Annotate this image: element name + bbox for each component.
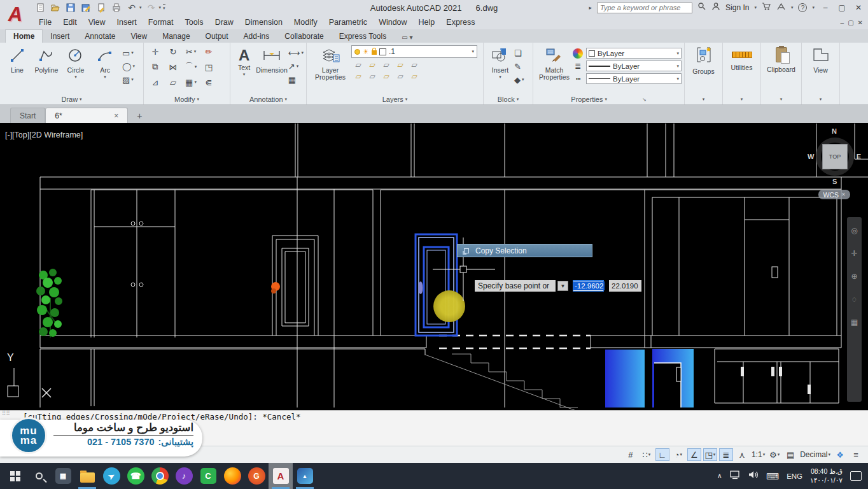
clipboard-panel-flyout[interactable]: ▾ [761,94,801,104]
layer-unisolate-icon[interactable]: ▱ [365,60,379,72]
plot-icon[interactable] [95,2,107,13]
menu-edit[interactable]: Edit [57,18,83,27]
menu-view[interactable]: View [83,18,111,27]
offset-icon[interactable]: ⋐ [200,77,218,87]
viewcube[interactable]: TOP N W E S [812,129,858,184]
polyline-button[interactable]: Polyline [32,45,61,74]
object-snap-icon[interactable]: ◳▾ [703,448,717,461]
wcs-badge[interactable]: WCS✕ [818,190,850,199]
close-button[interactable]: ✕ [853,3,864,12]
snap-mode-icon[interactable]: ∷▾ [640,448,654,461]
image-viewer-app-icon[interactable]: ▲ [293,463,317,489]
layer-lock-icon[interactable] [372,50,377,55]
dynamic-input-x[interactable]: -12.9602 [573,280,604,292]
mirror-icon[interactable]: ⋈ [164,62,182,72]
stretch-icon[interactable]: ⊿ [146,77,164,87]
groups-panel-flyout[interactable]: ▾ [685,94,722,104]
print-icon[interactable] [111,2,122,13]
annotation-panel-label[interactable]: Annotation▾ [230,94,306,104]
taskbar-clock[interactable]: 08:40 ق.ظ ۱۴۰۰/۰۱/۰۷ [810,467,843,485]
hatch-icon[interactable]: ▨▾ [122,74,135,85]
insert-dropdown-icon[interactable]: ▾ [499,74,501,80]
network-icon[interactable] [730,470,741,482]
layer-unlock-icon[interactable]: ▱ [393,72,407,83]
menu-modify[interactable]: Modify [288,18,323,27]
autocad-app-icon[interactable]: A [269,463,293,489]
table-icon[interactable]: ▦ [288,74,304,85]
layers-panel-label[interactable]: Layers▾ [307,94,483,104]
arc-button[interactable]: Arc ▾ [90,45,120,80]
menu-window[interactable]: Window [373,18,412,27]
define-attributes-icon[interactable]: ◆▾ [514,74,524,85]
qat-customize-icon[interactable]: ▾ [163,4,165,11]
annotation-scale-button[interactable]: 1:1▾ [751,448,766,461]
text-dropdown-icon[interactable]: ▾ [243,72,246,77]
layer-make-current-icon[interactable]: ▱ [351,72,365,83]
ortho-mode-icon[interactable]: ∟ [655,448,669,461]
tab-collaborate[interactable]: Collaborate [277,30,331,43]
touch-keyboard-icon[interactable]: ⌨ [766,471,779,481]
block-panel-label[interactable]: Block▾ [484,94,533,104]
file-explorer-app-icon[interactable] [75,463,99,489]
osnap-tracking-icon[interactable]: ∠ [687,448,701,461]
layer-dropdown-icon[interactable]: ▾ [472,49,474,54]
grid-display-icon[interactable]: # [624,448,638,461]
circle-button[interactable]: Circle ▾ [61,45,90,80]
lineweight-dropdown[interactable]: ByLayer ▾ [586,60,682,71]
annotation-settings-icon[interactable]: ⚙▾ [767,448,781,461]
customization-menu-icon[interactable]: ≡ [849,448,863,461]
save-icon[interactable] [65,2,76,13]
dimension-button[interactable]: Dimension [255,45,288,74]
autodesk-dropdown-icon[interactable]: ▾ [791,5,794,10]
dynamic-input-options-icon[interactable]: ▼ [557,281,568,291]
new-tab-button[interactable]: + [137,111,142,121]
view-interface-icon[interactable] [811,45,830,66]
line-button[interactable]: Line [3,45,32,74]
firefox-app-icon[interactable] [220,463,244,489]
calculator-app-icon[interactable]: ▦ [51,463,75,489]
orbit-icon[interactable]: ◌ [852,295,857,304]
undo-dropdown-icon[interactable]: ▾ [139,5,142,10]
array-icon[interactable]: ▦▾ [182,77,200,87]
action-center-icon[interactable] [850,471,862,481]
erase-icon[interactable]: ✏ [200,46,218,57]
clipboard-icon[interactable] [776,47,787,62]
ribbon-display-toggle-icon[interactable]: ▭ ▾ [394,32,420,43]
layer-previous-icon[interactable]: ▱ [379,72,393,83]
annotation-monitor-icon[interactable]: ⋏ [735,448,749,461]
tab-view[interactable]: View [123,30,155,43]
help-icon[interactable]: ? [798,3,807,12]
purple-app-icon[interactable]: ♪ [172,463,196,489]
viewcube-south[interactable]: S [832,178,837,185]
fillet-icon[interactable]: ⌒▾ [182,62,200,72]
new-file-icon[interactable] [34,2,46,13]
restore-button[interactable]: ▢ [836,3,848,12]
layer-properties-button[interactable]: Layer Properties [309,45,351,81]
app-store-cart-icon[interactable] [762,2,771,13]
tab-drawing-6[interactable]: 6*× [45,108,128,123]
layer-freeze-tool-icon[interactable]: ▱ [379,60,393,72]
dynamic-input-y[interactable]: 22.0190 [609,280,641,292]
tab-close-icon[interactable]: × [114,111,118,120]
layer-dropdown[interactable]: ☀ .1 ▾ [351,45,477,58]
sign-in-button[interactable]: Sign In [725,3,749,12]
tab-annotate[interactable]: Annotate [77,30,123,43]
redo-icon[interactable]: ↷ [146,2,157,13]
isolate-objects-icon[interactable]: ▤ [783,448,797,461]
modify-panel-label[interactable]: Modify▾ [144,94,230,104]
text-button[interactable]: A Text ▾ [233,45,255,77]
layer-match-icon[interactable]: ▱ [365,72,379,83]
open-folder-icon[interactable] [50,2,61,13]
minimize-button[interactable]: – [820,3,831,12]
redo-dropdown-icon[interactable]: ▾ [159,5,162,10]
tray-chevron-icon[interactable]: ∧ [717,472,722,480]
units-dropdown[interactable]: Decimal▾ [799,448,831,461]
doc-minimize-button[interactable]: – [841,19,844,26]
undo-icon[interactable]: ↶ [126,2,137,13]
linear-dimension-icon[interactable]: ⟷▾ [288,48,304,58]
doc-close-button[interactable]: ✕ [858,19,863,26]
properties-panel-label[interactable]: Properties▾↘ [533,94,684,104]
search-input[interactable] [597,3,692,13]
measure-ruler-icon[interactable] [732,52,752,58]
menu-draw[interactable]: Draw [209,18,239,27]
